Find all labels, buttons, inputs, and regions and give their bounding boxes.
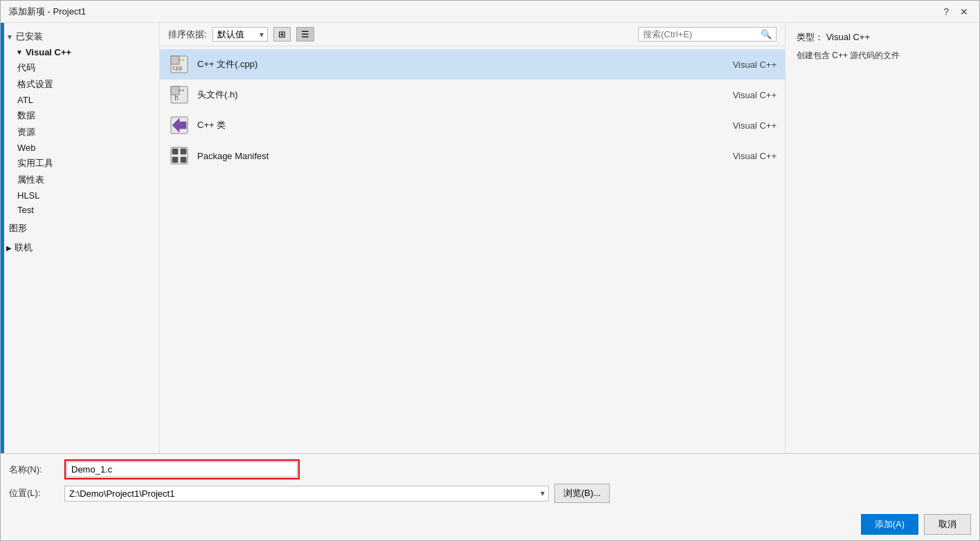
online-arrow-icon: ▶ [6,244,12,252]
cancel-button[interactable]: 取消 [924,514,971,535]
svg-text:++: ++ [179,88,184,93]
manifest-file-name: Package Manifest [197,151,707,161]
sidebar-item-utils-label: 实用工具 [17,158,53,168]
sidebar-item-hlsl-label: HLSL [17,190,40,201]
dialog-title: 添加新项 - Project1 [9,6,86,18]
help-button[interactable]: ? [941,6,952,17]
sidebar-item-hlsl[interactable]: HLSL [1,188,159,203]
cpp-file-icon: cpp ++ [168,53,190,75]
name-label: 名称(N): [9,464,64,476]
file-item-class[interactable]: C++ 类 Visual C++ [160,110,785,140]
browse-button[interactable]: 浏览(B)... [554,484,610,503]
sidebar-graphics-label: 图形 [9,222,27,235]
sidebar-installed-header[interactable]: ▼ 已安装 [1,28,159,45]
manifest-file-icon [168,145,190,167]
sidebar-item-code[interactable]: 代码 [1,59,159,76]
center-area: 排序依据: 默认值 名称 类型 ⊞ ☰ 🔍 [160,23,786,453]
visual-cpp-arrow-icon: ▼ [16,48,23,56]
sidebar-item-propsheet-label: 属性表 [17,174,44,185]
search-icon: 🔍 [761,29,772,39]
add-button[interactable]: 添加(A) [861,514,918,535]
location-row: 位置(L): Z:\Demo\Project1\Project1 浏览(B)..… [9,484,971,503]
action-buttons: 添加(A) 取消 [1,508,979,540]
sidebar-online[interactable]: ▶ 联机 [1,239,159,256]
class-file-name: C++ 类 [197,119,707,131]
info-type-value: Visual C++ [826,32,870,42]
title-bar: 添加新项 - Project1 ? ✕ [1,1,979,23]
add-new-item-dialog: 添加新项 - Project1 ? ✕ ▼ 已安装 ▼ Visual C++ 代… [0,0,980,541]
svg-rect-14 [181,157,186,163]
sidebar-item-atl[interactable]: ATL [1,93,159,107]
sort-select-wrapper[interactable]: 默认值 名称 类型 [212,27,268,42]
sidebar-item-propsheet[interactable]: 属性表 [1,172,159,188]
installed-label: 已安装 [16,30,43,43]
file-list: cpp ++ C++ 文件(.cpp) Visual C++ h [160,46,785,453]
svg-text:++: ++ [179,57,184,63]
installed-arrow-icon: ▼ [6,33,13,41]
location-select-wrapper[interactable]: Z:\Demo\Project1\Project1 [64,486,549,502]
file-item-manifest[interactable]: Package Manifest Visual C++ [160,140,785,171]
sidebar-item-atl-label: ATL [17,95,33,105]
name-input-wrapper [64,459,300,479]
sidebar-item-code-label: 代码 [17,62,35,73]
location-label: 位置(L): [9,487,64,499]
view-grid-button[interactable]: ⊞ [273,27,291,42]
info-type-label: 类型： [797,32,824,42]
visual-cpp-label: Visual C++ [26,47,71,57]
sort-select[interactable]: 默认值 名称 类型 [212,27,268,42]
sidebar-online-label: 联机 [15,241,33,254]
h-file-type: Visual C++ [707,90,777,100]
search-input[interactable] [643,29,761,39]
sidebar-item-web[interactable]: Web [1,140,159,155]
sort-label: 排序依据: [168,28,207,41]
sidebar: ▼ 已安装 ▼ Visual C++ 代码 格式设置 ATL 数据 资源 [1,23,160,453]
view-list-button[interactable]: ☰ [296,27,314,42]
svg-rect-11 [172,149,178,154]
h-file-icon: h ++ [168,84,190,106]
blue-accent-bar [1,23,4,453]
cpp-file-name: C++ 文件(.cpp) [197,58,707,71]
class-file-type: Visual C++ [707,120,777,131]
sidebar-item-format-label: 格式设置 [17,79,53,89]
sidebar-item-test[interactable]: Test [1,203,159,217]
toolbar: 排序依据: 默认值 名称 类型 ⊞ ☰ 🔍 [160,23,785,46]
file-item-h[interactable]: h ++ 头文件(.h) Visual C++ [160,80,785,110]
cpp-file-type: Visual C++ [707,59,777,70]
sidebar-item-format[interactable]: 格式设置 [1,76,159,93]
sidebar-item-resource[interactable]: 资源 [1,124,159,140]
svg-rect-13 [172,157,178,163]
h-file-name: 头文件(.h) [197,89,707,101]
sidebar-graphics[interactable]: 图形 [1,220,159,237]
main-content: ▼ 已安装 ▼ Visual C++ 代码 格式设置 ATL 数据 资源 [1,23,979,453]
svg-rect-12 [181,149,186,154]
sidebar-item-data[interactable]: 数据 [1,107,159,124]
name-row: 名称(N): [9,459,971,479]
sidebar-item-resource-label: 资源 [17,127,35,137]
class-file-icon [168,114,190,136]
sidebar-item-utils[interactable]: 实用工具 [1,155,159,172]
sidebar-item-test-label: Test [17,205,34,215]
bottom-bar: 名称(N): 位置(L): Z:\Demo\Project1\Project1 … [1,453,979,508]
sidebar-visual-cpp[interactable]: ▼ Visual C++ [1,45,159,59]
svg-text:cpp: cpp [172,65,183,71]
sidebar-item-web-label: Web [17,143,36,153]
manifest-file-type: Visual C++ [707,151,777,161]
close-button[interactable]: ✕ [957,6,971,17]
location-select[interactable]: Z:\Demo\Project1\Project1 [64,486,549,502]
svg-text:h: h [174,94,179,102]
info-type: 类型： Visual C++ [797,31,968,44]
info-desc: 创建包含 C++ 源代码的文件 [797,49,968,62]
bottom-section: 名称(N): 位置(L): Z:\Demo\Project1\Project1 … [1,453,979,540]
info-panel: 类型： Visual C++ 创建包含 C++ 源代码的文件 [786,23,979,453]
search-box: 🔍 [638,27,777,42]
name-input[interactable] [66,461,298,477]
title-bar-controls: ? ✕ [941,6,971,17]
sidebar-item-data-label: 数据 [17,110,35,120]
file-item-cpp[interactable]: cpp ++ C++ 文件(.cpp) Visual C++ [160,49,785,80]
